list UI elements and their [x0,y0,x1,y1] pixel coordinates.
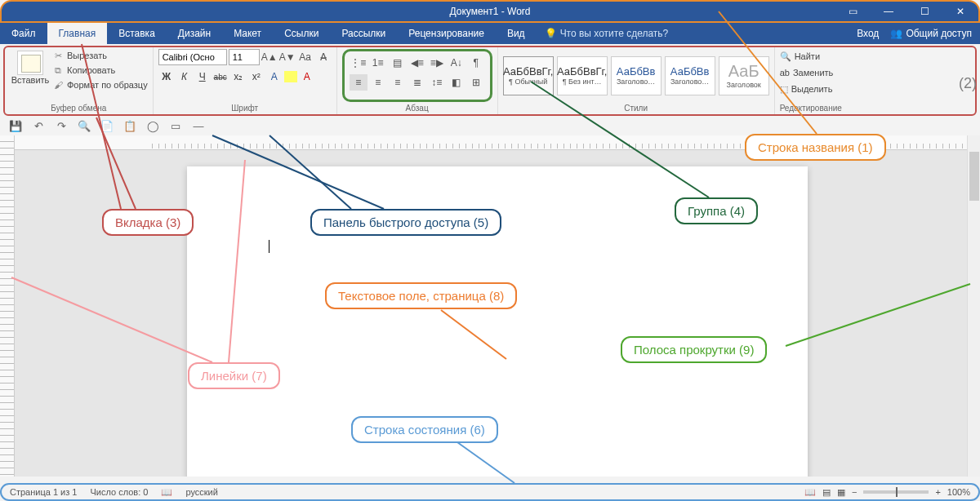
qat-icon-3[interactable]: 📋 [121,117,139,134]
align-center-icon[interactable]: ≡ [369,74,387,91]
tab-layout[interactable]: Макет [222,23,273,44]
cut-button[interactable]: ✂Вырезать [52,49,148,62]
cut-label: Вырезать [67,51,107,60]
shading-icon[interactable]: ◧ [448,74,466,91]
style-sample: АаБ [728,62,760,81]
proofing-icon[interactable]: 📖 [161,487,172,498]
subscript-button[interactable]: x₂ [230,69,247,85]
window-controls: ▭ — ☐ ✕ [835,2,978,21]
superscript-button[interactable]: x² [248,69,265,85]
bullets-icon[interactable]: ⋮≡ [350,55,368,71]
sort-icon[interactable]: A↓ [448,55,466,71]
style-sample: АаБбВвГг, [503,65,553,78]
italic-button[interactable]: К [176,69,193,85]
underline-button[interactable]: Ч [194,69,211,85]
vertical-scrollbar[interactable] [967,135,980,477]
signin-link[interactable]: Вход [857,28,879,39]
tab-review[interactable]: Рецензирование [397,23,496,44]
grow-font-icon[interactable]: A▲ [261,49,278,65]
style-normal[interactable]: АаБбВвГг,¶ Обычный [503,56,554,95]
show-marks-icon[interactable]: ¶ [467,55,485,71]
change-case-icon[interactable]: Aa [297,49,314,65]
share-icon: 👥 [890,28,902,39]
tell-me-label: Что вы хотите сделать? [560,28,669,39]
tab-file[interactable]: Файл [0,23,47,44]
zoom-out-icon[interactable]: − [852,487,857,497]
shrink-font-icon[interactable]: A▼ [279,49,296,65]
group-styles: АаБбВвГг,¶ Обычный АаБбВвГг,¶ Без инт… А… [498,47,775,114]
view-print-icon[interactable]: ▤ [822,487,831,498]
group-styles-label: Стили [503,102,769,114]
tab-references[interactable]: Ссылки [273,23,330,44]
qat-icon-4[interactable]: ◯ [144,117,162,134]
tab-design[interactable]: Дизайн [167,23,222,44]
highlight-icon[interactable] [284,71,297,82]
tab-insert[interactable]: Вставка [107,23,167,44]
view-web-icon[interactable]: ▦ [837,487,845,498]
line-spacing-icon[interactable]: ↕≡ [428,74,446,91]
maximize-icon[interactable]: ☐ [906,2,942,21]
redo-icon[interactable]: ↷ [52,117,70,134]
font-color-icon[interactable]: A [299,69,315,85]
replace-button[interactable]: abЗаменить [780,65,842,80]
zoom-slider[interactable] [863,490,929,494]
clear-format-icon[interactable]: A̶ [315,49,332,65]
style-title[interactable]: АаБЗаголовок [719,56,769,95]
strike-button[interactable]: abc [212,69,229,85]
ribbon-display-icon[interactable]: ▭ [835,2,871,21]
group-paragraph-label: Абзац [342,102,492,114]
zoom-level[interactable]: 100% [947,487,970,497]
copy-button[interactable]: ⧉Копировать [52,64,148,77]
save-icon[interactable]: 💾 [7,117,24,134]
window-title: Документ1 - Word [449,6,530,17]
tab-home[interactable]: Главная [47,23,108,44]
undo-icon[interactable]: ↶ [29,117,47,134]
find-button[interactable]: 🔍Найти [780,49,842,64]
bold-button[interactable]: Ж [158,69,175,85]
qat-icon-2[interactable]: 📄 [98,117,116,134]
word-count[interactable]: Число слов: 0 [90,487,148,497]
style-heading1[interactable]: АаБбВвЗаголово… [611,56,662,95]
qat-icon-5[interactable]: ▭ [167,117,185,134]
page-indicator[interactable]: Страница 1 из 1 [10,487,77,497]
title-bar: Документ1 - Word ▭ — ☐ ✕ [0,0,980,23]
share-button[interactable]: 👥 Общий доступ [890,28,972,39]
borders-icon[interactable]: ⊞ [467,74,485,91]
zoom-in-icon[interactable]: + [935,487,940,497]
font-name-input[interactable]: Calibri (Осно [158,49,227,65]
language-indicator[interactable]: русский [185,487,217,497]
align-left-icon[interactable]: ≡ [350,74,368,91]
style-name: Заголовок [726,81,760,89]
style-nospacing[interactable]: АаБбВвГг,¶ Без инт… [557,56,608,95]
callout-status: Строка состояния (6) [351,416,498,443]
align-right-icon[interactable]: ≡ [389,74,407,91]
minimize-icon[interactable]: — [871,2,906,21]
qat-icon-6[interactable]: — [189,117,207,134]
close-icon[interactable]: ✕ [942,2,978,21]
format-painter-button[interactable]: 🖌Формат по образцу [52,78,148,91]
copy-icon: ⧉ [52,64,64,76]
qat-icon-1[interactable]: 🔍 [75,117,93,134]
justify-icon[interactable]: ≣ [408,74,426,91]
style-name: ¶ Без инт… [563,78,602,86]
tell-me[interactable]: 💡 Что вы хотите сделать? [537,23,677,44]
font-size-input[interactable]: 11 [229,49,260,65]
select-button[interactable]: ⬚Выделить [780,82,842,96]
view-read-icon[interactable]: 📖 [804,487,816,498]
tab-mailings[interactable]: Рассылки [330,23,397,44]
style-heading2[interactable]: АаБбВвЗаголово… [665,56,715,95]
paste-button[interactable]: Вставить [10,49,51,102]
decrease-indent-icon[interactable]: ◀≡ [408,55,426,71]
text-effects-icon[interactable]: A [266,69,283,85]
scrollbar-thumb[interactable] [969,152,979,201]
quick-access-toolbar: 💾 ↶ ↷ 🔍 📄 📋 ◯ ▭ — [0,116,980,135]
group-clipboard: Вставить ✂Вырезать ⧉Копировать 🖌Формат п… [5,47,154,114]
increase-indent-icon[interactable]: ≡▶ [428,55,446,71]
style-sample: АаБбВв [670,65,710,78]
style-name: Заголово… [670,78,709,86]
ribbon-tabs: Файл Главная Вставка Дизайн Макет Ссылки… [0,23,980,44]
vertical-ruler[interactable] [0,135,15,477]
multilevel-icon[interactable]: ▤ [389,55,407,71]
numbering-icon[interactable]: 1≡ [369,55,387,71]
tab-view[interactable]: Вид [496,23,537,44]
